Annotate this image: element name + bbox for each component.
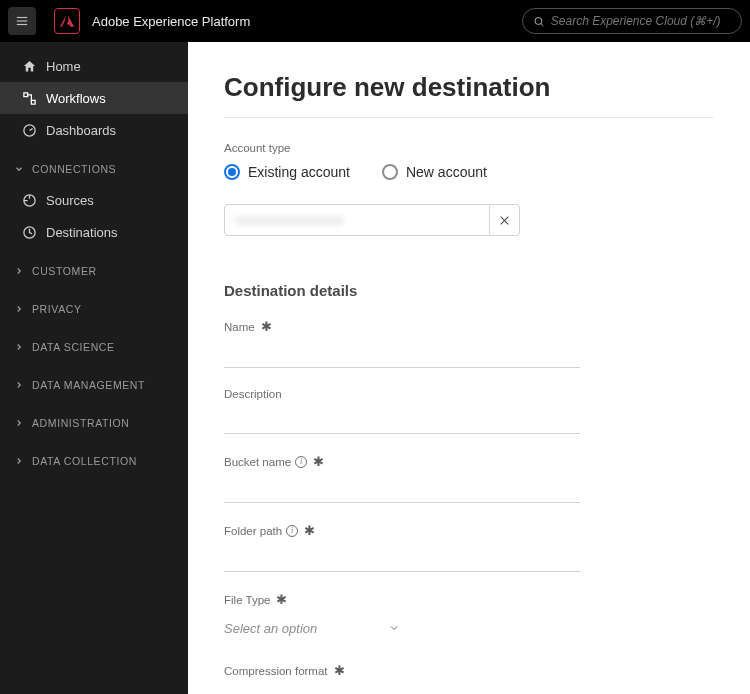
compression-field-label: Compression format✱ — [224, 663, 580, 678]
bucket-field-label: Bucket name i ✱ — [224, 454, 580, 469]
destination-details-heading: Destination details — [224, 282, 714, 299]
sidebar-item-dashboards[interactable]: Dashboards — [0, 114, 188, 146]
sidebar-item-workflows[interactable]: Workflows — [0, 82, 188, 114]
svg-point-3 — [535, 17, 542, 24]
section-label: CONNECTIONS — [32, 163, 116, 175]
section-label: DATA COLLECTION — [32, 455, 137, 467]
adobe-a-icon — [60, 14, 74, 28]
chevron-right-icon — [14, 266, 28, 276]
folder-path-input[interactable] — [224, 542, 580, 572]
filetype-select[interactable]: Select an option — [224, 613, 400, 643]
section-label: DATA MANAGEMENT — [32, 379, 145, 391]
section-privacy[interactable]: PRIVACY — [0, 294, 188, 324]
bucket-name-input[interactable] — [224, 473, 580, 503]
clear-account-button[interactable] — [490, 204, 520, 236]
sidebar-item-label: Dashboards — [46, 123, 116, 138]
hamburger-icon — [15, 14, 29, 28]
section-label: DATA SCIENCE — [32, 341, 115, 353]
radio-label: New account — [406, 164, 487, 180]
sidebar-item-label: Destinations — [46, 225, 118, 240]
sidebar-item-home[interactable]: Home — [0, 50, 188, 82]
section-data-collection[interactable]: DATA COLLECTION — [0, 446, 188, 476]
filetype-field-label: File Type✱ — [224, 592, 580, 607]
sidebar-item-label: Workflows — [46, 91, 106, 106]
description-input[interactable] — [224, 404, 580, 434]
search-icon — [533, 15, 545, 28]
description-field-label: Description — [224, 388, 580, 400]
chevron-right-icon — [14, 380, 28, 390]
sidebar-item-destinations[interactable]: Destinations — [0, 216, 188, 248]
app-title: Adobe Experience Platform — [92, 14, 250, 29]
name-field-label: Name✱ — [224, 319, 580, 334]
compression-select[interactable]: Select an option — [224, 684, 400, 694]
info-icon[interactable]: i — [295, 456, 307, 468]
section-label: PRIVACY — [32, 303, 82, 315]
radio-icon — [224, 164, 240, 180]
search-input[interactable] — [551, 14, 731, 28]
radio-label: Existing account — [248, 164, 350, 180]
folder-field-label: Folder path i ✱ — [224, 523, 580, 538]
destination-icon — [20, 225, 38, 240]
section-label: CUSTOMER — [32, 265, 97, 277]
chevron-right-icon — [14, 304, 28, 314]
sidebar-item-label: Sources — [46, 193, 94, 208]
info-icon[interactable]: i — [286, 525, 298, 537]
sidebar-item-label: Home — [46, 59, 81, 74]
account-value: xxxxxxxxxxxxxxxxxx — [235, 213, 343, 227]
chevron-down-icon — [388, 622, 400, 634]
account-type-label: Account type — [224, 142, 714, 154]
chevron-right-icon — [14, 418, 28, 428]
chevron-down-icon — [14, 164, 28, 174]
radio-existing-account[interactable]: Existing account — [224, 164, 350, 180]
source-icon — [20, 193, 38, 208]
select-placeholder: Select an option — [224, 621, 317, 636]
close-icon — [498, 214, 511, 227]
workflow-icon — [20, 91, 38, 106]
chevron-right-icon — [14, 342, 28, 352]
section-customer[interactable]: CUSTOMER — [0, 256, 188, 286]
adobe-logo — [54, 8, 80, 34]
page-title: Configure new destination — [224, 72, 714, 118]
section-administration[interactable]: ADMINISTRATION — [0, 408, 188, 438]
svg-line-4 — [541, 23, 543, 25]
dashboard-icon — [20, 123, 38, 138]
radio-new-account[interactable]: New account — [382, 164, 487, 180]
account-select-field[interactable]: xxxxxxxxxxxxxxxxxx — [224, 204, 490, 236]
home-icon — [20, 59, 38, 74]
section-data-science[interactable]: DATA SCIENCE — [0, 332, 188, 362]
main-content: Configure new destination Account type E… — [188, 42, 750, 694]
sidebar: Home Workflows Dashboards CONNECTIONS So… — [0, 42, 188, 694]
svg-rect-5 — [23, 92, 27, 96]
radio-icon — [382, 164, 398, 180]
chevron-right-icon — [14, 456, 28, 466]
section-connections[interactable]: CONNECTIONS — [0, 154, 188, 184]
sidebar-item-sources[interactable]: Sources — [0, 184, 188, 216]
name-input[interactable] — [224, 338, 580, 368]
menu-toggle-button[interactable] — [8, 7, 36, 35]
section-data-management[interactable]: DATA MANAGEMENT — [0, 370, 188, 400]
section-label: ADMINISTRATION — [32, 417, 129, 429]
search-box[interactable] — [522, 8, 742, 34]
